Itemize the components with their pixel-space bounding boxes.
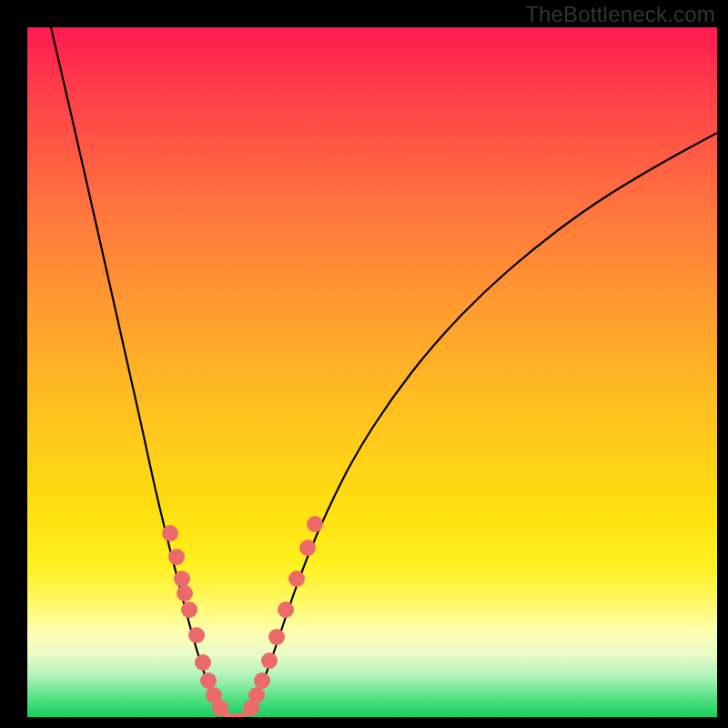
markers-left: [162, 525, 228, 716]
marker-dot: [168, 549, 185, 565]
marker-dot: [195, 654, 211, 671]
marker-dot: [254, 672, 270, 689]
marker-dot: [248, 687, 265, 703]
chart-frame: TheBottleneck.com: [0, 0, 728, 728]
marker-dot: [181, 602, 197, 618]
marker-dot: [188, 627, 205, 643]
marker-dot: [268, 629, 285, 645]
marker-dot: [200, 672, 217, 689]
marker-dot: [307, 516, 323, 532]
marker-dot: [174, 571, 190, 587]
marker-dot: [288, 571, 305, 587]
marker-dot: [278, 602, 294, 618]
watermark-text: TheBottleneck.com: [525, 2, 715, 27]
curve-left: [51, 27, 226, 715]
marker-dot: [299, 540, 316, 556]
marker-dot: [162, 525, 178, 541]
marker-dot: [261, 652, 278, 669]
markers-right: [243, 516, 323, 716]
marker-dot: [177, 585, 193, 602]
marker-dot: [212, 700, 228, 716]
plot-area: [27, 27, 717, 717]
curves-svg: [27, 27, 717, 717]
curve-right: [244, 133, 717, 715]
